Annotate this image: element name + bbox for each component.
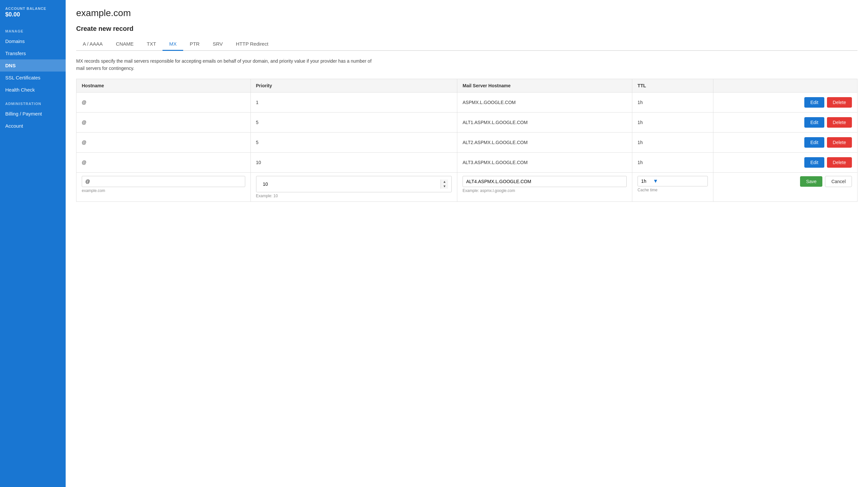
cell-new-hostname: example.com (76, 172, 251, 201)
tab-txt[interactable]: TXT (140, 38, 162, 51)
tab-ptr[interactable]: PTR (183, 38, 206, 51)
priority-up-arrow[interactable]: ▲ (441, 180, 448, 184)
cell-priority: 1 (250, 92, 457, 112)
cell-mail-server: ALT3.ASPMX.L.GOOGLE.COM (457, 152, 632, 172)
delete-button[interactable]: Delete (827, 97, 852, 108)
cell-new-priority: ▲ ▼ Example: 10 (250, 172, 457, 201)
section-title: Create new record (76, 25, 858, 32)
hostname-hint: example.com (82, 188, 245, 193)
tab-a-aaaa[interactable]: A / AAAA (76, 38, 109, 51)
cell-ttl: 1h (632, 132, 713, 152)
priority-down-arrow[interactable]: ▼ (441, 184, 448, 189)
table-row: @ 1 ASPMX.L.GOOGLE.COM 1h Edit Delete (76, 92, 858, 112)
sidebar-item-billing[interactable]: Billing / Payment (0, 108, 66, 120)
ttl-chevron-down-icon: ▼ (653, 178, 658, 184)
account-balance-label: ACCOUNT BALANCE (5, 6, 60, 10)
tab-mx[interactable]: MX (162, 38, 183, 51)
save-button[interactable]: Save (800, 176, 823, 187)
account-balance-section: ACCOUNT BALANCE $0.00 (0, 0, 66, 23)
cell-mail-server: ALT1.ASPMX.L.GOOGLE.COM (457, 112, 632, 132)
mail-server-hint: Example: aspmx.l.google.com (463, 188, 627, 193)
dns-records-table: Hostname Priority Mail Server Hostname T… (76, 79, 858, 202)
administration-section-label: ADMINISTRATION (0, 96, 66, 108)
cell-new-mail-server: Example: aspmx.l.google.com (457, 172, 632, 201)
cell-ttl: 1h (632, 92, 713, 112)
cell-hostname: @ (76, 152, 251, 172)
new-record-row: example.com ▲ ▼ Example: 10 Example: asp… (76, 172, 858, 201)
mx-description: MX records specify the mail servers resp… (76, 58, 372, 72)
cancel-button[interactable]: Cancel (825, 176, 852, 187)
main-content: example.com Create new record A / AAAA C… (66, 0, 868, 487)
delete-button[interactable]: Delete (827, 137, 852, 148)
cell-ttl: 1h (632, 152, 713, 172)
col-priority: Priority (250, 79, 457, 92)
ttl-hint: Cache time (638, 188, 708, 192)
cell-ttl: 1h (632, 112, 713, 132)
cell-priority: 10 (250, 152, 457, 172)
manage-section-label: MANAGE (0, 23, 66, 35)
sidebar: ACCOUNT BALANCE $0.00 MANAGE Domains Tra… (0, 0, 66, 487)
cell-actions: Edit Delete (713, 92, 857, 112)
cell-priority: 5 (250, 132, 457, 152)
sidebar-item-dns[interactable]: DNS (0, 59, 66, 71)
table-row: @ 5 ALT1.ASPMX.L.GOOGLE.COM 1h Edit Dele… (76, 112, 858, 132)
delete-button[interactable]: Delete (827, 117, 852, 128)
cell-new-ttl: 1h 5m 30m 2h 12h 1d ▼ Cache time (632, 172, 713, 201)
cell-hostname: @ (76, 92, 251, 112)
table-row: @ 10 ALT3.ASPMX.L.GOOGLE.COM 1h Edit Del… (76, 152, 858, 172)
edit-button[interactable]: Edit (804, 117, 824, 128)
priority-hint: Example: 10 (256, 194, 452, 198)
tab-srv[interactable]: SRV (206, 38, 229, 51)
cell-actions: Edit Delete (713, 112, 857, 132)
ttl-select-container[interactable]: 1h 5m 30m 2h 12h 1d ▼ (638, 176, 708, 186)
cell-hostname: @ (76, 132, 251, 152)
dns-tabs: A / AAAA CNAME TXT MX PTR SRV HTTP Redir… (76, 38, 858, 51)
sidebar-item-transfers[interactable]: Transfers (0, 47, 66, 59)
cell-actions: Edit Delete (713, 132, 857, 152)
page-title: example.com (76, 8, 858, 19)
hostname-input[interactable] (82, 176, 245, 187)
tab-cname[interactable]: CNAME (109, 38, 140, 51)
sidebar-item-healthcheck[interactable]: Health Check (0, 84, 66, 96)
col-ttl: TTL (632, 79, 713, 92)
edit-button[interactable]: Edit (804, 137, 824, 148)
cell-new-actions: Save Cancel (713, 172, 857, 201)
sidebar-item-ssl[interactable]: SSL Certificates (0, 71, 66, 84)
edit-button[interactable]: Edit (804, 97, 824, 108)
col-actions (713, 79, 857, 92)
cell-mail-server: ALT2.ASPMX.L.GOOGLE.COM (457, 132, 632, 152)
tab-http-redirect[interactable]: HTTP Redirect (229, 38, 275, 51)
delete-button[interactable]: Delete (827, 157, 852, 168)
table-row: @ 5 ALT2.ASPMX.L.GOOGLE.COM 1h Edit Dele… (76, 132, 858, 152)
account-balance-value: $0.00 (5, 11, 60, 18)
sidebar-item-account[interactable]: Account (0, 120, 66, 132)
cell-actions: Edit Delete (713, 152, 857, 172)
ttl-select[interactable]: 1h 5m 30m 2h 12h 1d (641, 178, 650, 184)
priority-input[interactable] (260, 179, 441, 189)
col-mail-server: Mail Server Hostname (457, 79, 632, 92)
col-hostname: Hostname (76, 79, 251, 92)
cell-hostname: @ (76, 112, 251, 132)
edit-button[interactable]: Edit (804, 157, 824, 168)
cell-priority: 5 (250, 112, 457, 132)
sidebar-item-domains[interactable]: Domains (0, 35, 66, 47)
mail-server-input[interactable] (463, 176, 627, 187)
cell-mail-server: ASPMX.L.GOOGLE.COM (457, 92, 632, 112)
